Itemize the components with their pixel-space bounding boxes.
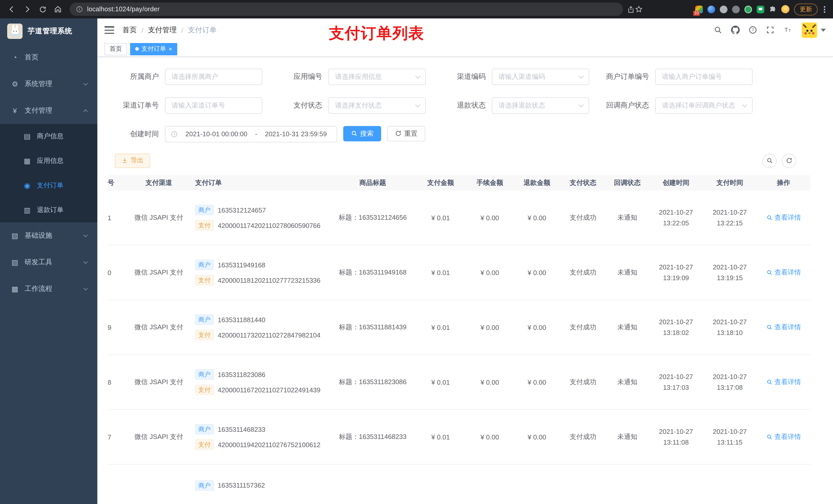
merchant-order-no: 1635311949168 [218,261,265,269]
pay-channel-cell: 微信 JSAPI 支付 [125,409,192,464]
table-row: 21 微信 JSAPI 支付 商户 1635312124657 支付 42000… [108,190,810,245]
merchant-tag: 商户 [195,205,214,215]
user-menu[interactable] [802,23,826,38]
view-detail-link[interactable]: 查看详情 [766,378,801,387]
user-avatar[interactable] [802,23,817,38]
download-icon [121,157,128,164]
breadcrumb-home[interactable]: 首页 [122,26,137,35]
tab-pay-order[interactable]: 支付订单 × [130,43,177,55]
orders-table: 编号 支付渠道 支付订单 商品标题 支付金额 手续金额 退款金额 支付状态 回调… [108,175,823,504]
search-button[interactable]: 搜索 [343,126,381,141]
fullscreen-icon[interactable] [766,26,775,34]
sidebar-item-infra[interactable]: ▧ 基础设施 [0,222,97,249]
channel-order-no-input[interactable] [165,97,262,114]
filter-label: 渠道订单号 [108,101,165,110]
order-id-cell: 19 [108,300,125,355]
forward-icon[interactable] [21,3,34,16]
sidebar-item-payment[interactable]: ¥ 支付管理 [0,97,97,124]
view-detail-link[interactable]: 查看详情 [766,432,801,441]
extension-icon-chat[interactable] [757,5,764,13]
help-icon[interactable]: ? [748,26,757,34]
pay-channel-cell: 微信 JSAPI 支付 [125,245,192,300]
created-time-cell: 2021-10-2713:17:03 [649,355,703,409]
fee-amount-cell: ¥ 0.00 [466,300,513,355]
extension-icon-drop[interactable] [708,5,715,13]
page-title-annotation: 支付订单列表 [329,23,424,44]
app-no-select[interactable]: 请选择应用信息 [328,68,426,85]
table-row: 17 微信 JSAPI 支付 商户 1635311468233 支付 42000… [108,409,810,464]
tab-home[interactable]: 首页 [104,43,127,55]
pay-amount-cell: ¥ 0.01 [415,300,466,355]
channel-order-no: 4200001174202110278060590766 [218,221,320,229]
font-size-icon[interactable]: TT [783,26,793,34]
sidebar-item-home[interactable]: ◔ 首页 [0,44,97,71]
view-detail-link[interactable]: 查看详情 [766,323,801,332]
create-time-range-picker[interactable]: 2021-10-01 00:00:00 - 2021-10-31 23:59:5… [165,126,337,142]
search-icon[interactable] [714,26,722,34]
search-icon [766,269,772,275]
home-icon[interactable] [51,3,65,16]
col-header-fee: 手续金额 [466,178,513,187]
product-title-cell: 标题：1635311949168 [330,245,415,300]
chevron-down-icon [84,233,88,237]
breadcrumb-section[interactable]: 支付管理 [148,26,177,35]
sidebar-item-pay-order[interactable]: ◉ 支付订单 [0,173,97,198]
extension-icon-colorful[interactable]: 10 [695,5,703,13]
col-header-created: 创建时间 [649,178,703,187]
sidebar-item-merchant-info[interactable]: ▤ 商户信息 [0,124,97,148]
callback-status-select[interactable]: 请选择订单回调商户状态 [655,97,753,114]
pay-status-select[interactable]: 请选择支付状态 [328,97,426,114]
table-rows: 21 微信 JSAPI 支付 商户 1635312124657 支付 42000… [108,190,810,464]
browser-extensions-area: 10 更新 [695,3,829,15]
pay-channel-cell: 微信 JSAPI 支付 [125,355,192,409]
owner-merchant-input[interactable] [165,68,262,85]
close-icon[interactable]: × [169,46,172,52]
callback-status-cell: 未通知 [605,300,649,355]
sidebar-item-workflow[interactable]: ▩ 工作流程 [0,275,97,302]
merchant-order-no-input[interactable] [655,68,753,85]
browser-profile-avatar[interactable] [781,5,789,13]
logo-avatar [7,24,23,39]
address-bar[interactable]: localhost:1024/pay/order [70,3,623,16]
sidebar-item-refund-order[interactable]: ▥ 退款订单 [0,198,97,222]
callback-status-cell: 未通知 [605,355,649,409]
reset-button[interactable]: 重置 [387,126,425,141]
view-detail-link[interactable]: 查看详情 [766,213,801,222]
callback-status-cell: 未通知 [605,409,649,464]
bookmark-star-icon[interactable] [635,5,643,13]
reload-icon[interactable] [36,3,49,16]
extensions-puzzle-icon[interactable] [769,5,777,13]
filter-label: 应用编号 [271,72,328,81]
callback-status-cell: 未通知 [605,190,649,245]
toggle-search-button[interactable] [762,153,777,168]
sidebar-item-system[interactable]: ⚙ 系统管理 [0,71,97,97]
channel-code-select[interactable]: 请输入渠道编码 [492,68,589,85]
view-detail-link[interactable]: 查看详情 [766,268,801,277]
col-header-callback: 回调状态 [605,178,649,187]
sidebar-item-app-info[interactable]: ▦ 应用信息 [0,148,97,173]
channel-order-no: 4200001181202110277723215336 [218,276,320,284]
chevron-down-icon [579,102,584,107]
extension-icon-globe[interactable] [720,5,728,13]
sidebar: 芋道管理系统 ◔ 首页 ⚙ 系统管理 ¥ 支付管理 [0,19,97,504]
refund-status-select[interactable]: 请选择退款状态 [492,97,589,114]
site-info-icon[interactable] [76,6,83,13]
table-row: 20 微信 JSAPI 支付 商户 1635311949168 支付 42000… [108,245,810,300]
back-icon[interactable] [5,3,19,16]
github-icon[interactable] [731,26,740,34]
extension-icon-green[interactable] [744,5,752,13]
sidebar-toggle-icon[interactable] [104,26,114,34]
sidebar-item-label: 首页 [25,53,39,62]
col-header-order: 支付订单 [192,178,330,187]
browser-menu-icon[interactable] [822,6,827,13]
filter-label: 创建时间 [108,129,165,139]
share-icon[interactable] [627,5,635,13]
flow-icon: ▩ [10,285,20,293]
table-toolbar: 导出 [108,153,823,168]
sidebar-item-devtools[interactable]: ▨ 研发工具 [0,249,97,275]
merchant-tag: 商户 [195,314,214,325]
browser-update-button[interactable]: 更新 [794,3,818,15]
extension-icon-gray[interactable] [732,5,740,13]
export-button[interactable]: 导出 [115,153,150,168]
refresh-table-button[interactable] [782,153,796,168]
